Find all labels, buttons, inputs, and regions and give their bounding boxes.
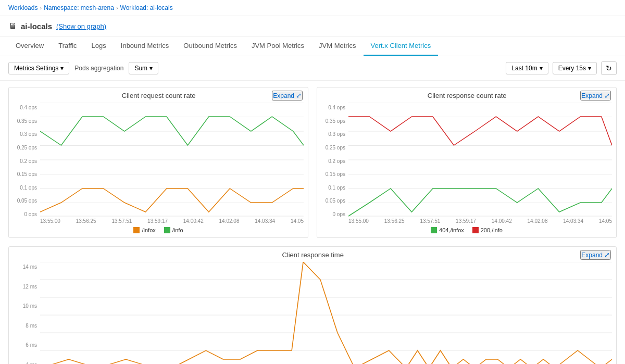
response-time-svg [40,262,612,364]
breadcrumb-workloads[interactable]: Workloads [8,4,38,11]
response-count-rate-chart-area: 0.4 ops0.35 ops0.3 ops0.25 ops 0.2 ops0.… [317,103,616,217]
metrics-settings-label: Metrics Settings [14,65,58,72]
breadcrumb-workload[interactable]: Workload: ai-locals [120,4,173,11]
legend-label-200: 200,/info [481,227,503,233]
refresh-icon: ↻ [606,64,612,72]
breadcrumb-sep-2: › [116,5,118,11]
legend-item-404: 404,/infox [431,227,464,233]
legend-label-infox: /infox [142,227,155,233]
tab-logs[interactable]: Logs [84,36,114,56]
tab-outbound-metrics[interactable]: Outbound Metrics [176,36,244,56]
request-count-svg [40,103,304,217]
request-count-rate-expand-button[interactable]: Expand ⤢ [272,91,303,101]
response-time-title-bar: Client response time Expand ⤢ [9,247,616,262]
response-time-chart-area: 14 ms12 ms10 ms8 ms 6 ms4 ms2 ms [9,262,616,364]
tab-jvm-metrics[interactable]: JVM Metrics [311,36,364,56]
request-count-rate-title: Client request count rate [45,92,272,99]
response-time-expand-button[interactable]: Expand ⤢ [580,250,611,260]
expand-label-time: Expand [581,252,603,259]
expand-icon: ⤢ [296,92,302,99]
refresh-button[interactable]: ↻ [601,61,617,75]
response-y-axis: 0.4 ops0.35 ops0.3 ops0.25 ops 0.2 ops0.… [317,105,347,217]
request-legend: /infox /info [9,225,308,237]
expand-icon-time: ⤢ [604,251,610,259]
request-count-rate-chart-area: 0.4 ops0.35 ops0.3 ops0.25 ops 0.2 ops0.… [9,103,308,217]
workload-title: ai-locals [21,22,52,31]
sum-label: Sum [134,65,147,72]
request-x-axis: 13:55:0013:56:2513:57:5113:59:17 14:00:4… [9,217,308,225]
workload-icon: 🖥 [8,21,17,31]
sum-dropdown[interactable]: Sum ▾ [129,62,158,74]
tab-inbound-metrics[interactable]: Inbound Metrics [114,36,177,56]
legend-item-infox: /infox [133,227,155,233]
tab-bar: Overview Traffic Logs Inbound Metrics Ou… [0,36,625,56]
breadcrumb: Workloads › Namespace: mesh-arena › Work… [0,0,625,16]
response-time-y-axis: 14 ms12 ms10 ms8 ms 6 ms4 ms2 ms [9,264,39,364]
expand-label-resp: Expand [581,92,603,99]
request-count-rate-title-bar: Client request count rate Expand ⤢ [9,87,308,103]
request-y-axis: 0.4 ops0.35 ops0.3 ops0.25 ops 0.2 ops0.… [9,105,39,217]
toolbar-right: Last 10m ▾ Every 15s ▾ ↻ [506,61,617,75]
response-count-rate-expand-button[interactable]: Expand ⤢ [580,91,611,101]
interval-label: Every 15s [558,65,586,72]
metrics-settings-button[interactable]: Metrics Settings ▾ [8,62,69,74]
charts-top-row: Client request count rate Expand ⤢ 0.4 o… [8,87,617,238]
pods-aggregation-label: Pods aggregation [74,65,123,72]
response-legend: 404,/infox 200,/info [317,225,616,237]
legend-item-200: 200,/info [472,227,503,233]
legend-color-infox [133,227,140,233]
response-x-axis: 13:55:0013:56:2513:57:5113:59:17 14:00:4… [317,217,616,225]
show-on-graph-link[interactable]: (Show on graph) [56,22,106,30]
breadcrumb-namespace[interactable]: Namespace: mesh-arena [44,4,114,11]
response-count-rate-title: Client response count rate [354,92,580,99]
legend-label-info: /info [172,227,183,233]
response-time-title: Client response time [45,251,580,259]
chevron-down-icon-sum: ▾ [149,65,153,72]
page-header: 🖥 ai-locals (Show on graph) [0,16,625,36]
chevron-down-icon: ▾ [60,65,64,72]
chevron-down-icon-time: ▾ [540,65,543,72]
tab-traffic[interactable]: Traffic [51,36,84,56]
charts-container: Client request count rate Expand ⤢ 0.4 o… [0,81,625,364]
legend-label-404: 404,/infox [439,227,464,233]
expand-label: Expand [273,92,294,99]
time-range-button[interactable]: Last 10m ▾ [506,62,548,74]
request-count-rate-panel: Client request count rate Expand ⤢ 0.4 o… [8,87,308,238]
breadcrumb-sep-1: › [40,5,42,11]
response-count-rate-title-bar: Client response count rate Expand ⤢ [317,87,616,103]
interval-button[interactable]: Every 15s ▾ [553,62,597,74]
tab-vertx-client-metrics[interactable]: Vert.x Client Metrics [364,36,439,56]
tab-jvm-pool-metrics[interactable]: JVM Pool Metrics [244,36,311,56]
legend-color-info [164,227,170,233]
legend-item-info: /info [164,227,183,233]
legend-color-200 [472,227,479,233]
response-count-rate-panel: Client response count rate Expand ⤢ 0.4 … [317,87,617,238]
legend-color-404 [431,227,437,233]
response-time-panel: Client response time Expand ⤢ 14 ms12 ms… [8,246,617,364]
chevron-down-icon-interval: ▾ [588,65,591,72]
response-count-svg [348,103,612,217]
tab-overview[interactable]: Overview [8,36,51,56]
time-range-label: Last 10m [511,65,537,72]
expand-icon-resp: ⤢ [604,92,610,99]
toolbar: Metrics Settings ▾ Pods aggregation Sum … [0,56,625,81]
